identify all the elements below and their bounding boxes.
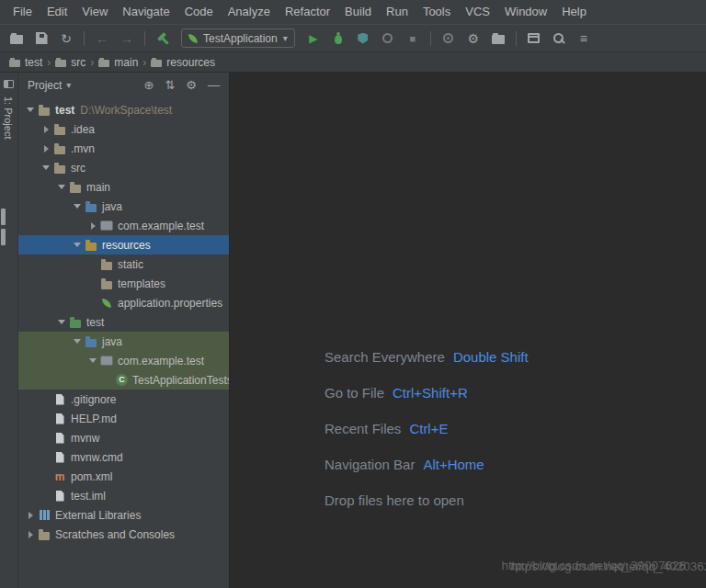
tree-node[interactable]: resources <box>18 235 229 254</box>
stop-icon[interactable]: ■ <box>402 28 424 49</box>
tree-node[interactable]: HELP.md <box>18 409 229 428</box>
menu-help[interactable]: Help <box>554 0 594 24</box>
open-icon[interactable] <box>6 28 28 49</box>
gear-icon[interactable]: ⚙ <box>186 78 197 92</box>
menu-navigate[interactable]: Navigate <box>115 0 176 24</box>
tree-node[interactable]: External Libraries <box>18 505 229 525</box>
menu-tools[interactable]: Tools <box>416 0 458 24</box>
breadcrumb-label: src <box>71 56 85 69</box>
tree-node[interactable]: test D:\WorkSpace\test <box>18 100 229 119</box>
sync-icon[interactable]: ↻ <box>55 28 77 49</box>
tree-node[interactable]: static <box>18 254 229 274</box>
expander-icon[interactable] <box>71 204 84 209</box>
expander-icon[interactable] <box>55 320 68 324</box>
forward-icon[interactable]: → <box>116 28 138 49</box>
tree-node[interactable]: src <box>18 158 229 177</box>
expander-icon[interactable] <box>24 531 37 538</box>
class-icon: C <box>116 374 128 386</box>
breadcrumb-item-src[interactable]: src <box>55 56 85 69</box>
splitter-handle[interactable] <box>1 209 6 225</box>
structure-view-icon[interactable]: ≡ <box>573 28 595 49</box>
expander-icon[interactable] <box>40 165 52 170</box>
tree-node[interactable]: mvnw <box>18 428 229 447</box>
node-label: Scratches and Consoles <box>55 528 175 541</box>
lines-glyph: ≡ <box>580 32 587 45</box>
shortcut-label: Recent Files <box>325 421 401 436</box>
menu-refactor[interactable]: Refactor <box>278 0 337 24</box>
breadcrumb-separator: › <box>47 56 51 69</box>
tree-node[interactable]: .mvn <box>18 139 229 158</box>
tree-node[interactable]: mvnw.cmd <box>18 447 229 467</box>
profiler-icon[interactable] <box>377 28 399 49</box>
menu-analyze[interactable]: Analyze <box>221 0 278 24</box>
attach-debugger-icon[interactable] <box>438 28 460 49</box>
expander-icon[interactable] <box>24 512 37 519</box>
hide-panel-icon[interactable]: — <box>208 78 220 92</box>
project-structure-icon[interactable] <box>487 28 509 49</box>
menu-vcs[interactable]: VCS <box>458 0 497 24</box>
save-icon[interactable] <box>30 28 52 49</box>
menu-view[interactable]: View <box>74 0 115 24</box>
menu-file[interactable]: File <box>6 0 40 24</box>
tree-node[interactable]: test.iml <box>18 486 229 505</box>
main-area: 1: Project Project ▾ ⊕ ⇅ ⚙ — test <box>0 73 706 588</box>
tool-window-icon[interactable] <box>4 80 14 88</box>
tree-node[interactable]: .idea <box>18 119 229 139</box>
expander-icon[interactable] <box>71 339 84 344</box>
tree-node[interactable]: Scratches and Consoles <box>18 525 229 544</box>
settings-gear-icon[interactable]: ⚙ <box>462 28 484 49</box>
expander-icon[interactable] <box>24 107 37 112</box>
tree-node[interactable]: test <box>18 312 229 332</box>
search-everywhere-icon[interactable] <box>548 28 570 49</box>
tree-node[interactable]: java <box>18 332 229 351</box>
breadcrumb-label: resources <box>166 56 215 69</box>
window-icon[interactable] <box>523 28 545 49</box>
run-icon[interactable]: ▶ <box>302 28 325 49</box>
editor-area[interactable]: Search EverywhereDouble ShiftGo to FileC… <box>230 73 706 588</box>
tree-node[interactable]: templates <box>18 274 229 293</box>
menu-code[interactable]: Code <box>177 0 221 24</box>
back-icon[interactable]: ← <box>91 28 113 49</box>
expander-icon[interactable] <box>40 126 52 133</box>
menu-build[interactable]: Build <box>337 0 379 24</box>
expander-icon[interactable] <box>40 145 52 153</box>
tree-node[interactable]: .gitignore <box>18 390 229 409</box>
expander-icon[interactable] <box>71 243 84 247</box>
breadcrumb-item-main[interactable]: main <box>98 56 138 69</box>
tree-node[interactable]: C TestApplicationTests <box>18 370 229 390</box>
breadcrumb-item-test[interactable]: test <box>9 56 42 69</box>
project-view-dropdown[interactable]: Project ▾ <box>28 79 71 92</box>
debug-icon[interactable] <box>327 28 349 49</box>
breadcrumb-item-resources[interactable]: resources <box>151 56 215 69</box>
toolbar: ↻ ← → TestApplication ▾ ▶ ■ ⚙ ≡ <box>0 25 706 52</box>
tree-node[interactable]: main <box>18 177 229 197</box>
hammer-glyph <box>155 31 170 46</box>
chevron-down-icon: ▾ <box>66 80 71 90</box>
shortcut-label: Navigation Bar <box>325 457 415 472</box>
expand-collapse-icon[interactable]: ⇅ <box>165 78 175 92</box>
splitter-handle[interactable] <box>1 229 6 245</box>
expander-icon[interactable] <box>86 358 99 363</box>
project-tool-button[interactable]: 1: Project <box>3 96 14 139</box>
node-label: static <box>118 258 143 271</box>
menu-run[interactable]: Run <box>379 0 416 24</box>
expander-icon[interactable] <box>55 185 68 189</box>
node-label: test <box>86 316 104 329</box>
locate-file-icon[interactable]: ⊕ <box>144 78 154 92</box>
build-icon[interactable] <box>152 28 174 49</box>
folder-icon <box>100 277 113 290</box>
node-label: java <box>102 335 122 348</box>
menu-window[interactable]: Window <box>497 0 554 24</box>
folder-icon <box>53 123 66 136</box>
tree-node[interactable]: application.properties <box>18 293 229 312</box>
menu-edit[interactable]: Edit <box>40 0 74 24</box>
project-panel-header: Project ▾ ⊕ ⇅ ⚙ — <box>18 73 229 97</box>
project-tree: test D:\WorkSpace\test .idea .mvn src ma… <box>18 97 229 588</box>
tree-node[interactable]: com.example.test <box>18 351 229 370</box>
tree-node[interactable]: m pom.xml <box>18 467 229 486</box>
tree-node[interactable]: java <box>18 197 229 216</box>
tree-node[interactable]: com.example.test <box>18 216 229 235</box>
expander-icon[interactable] <box>86 222 99 230</box>
run-with-coverage-icon[interactable] <box>352 28 374 49</box>
run-configuration-select[interactable]: TestApplication ▾ <box>181 28 295 48</box>
